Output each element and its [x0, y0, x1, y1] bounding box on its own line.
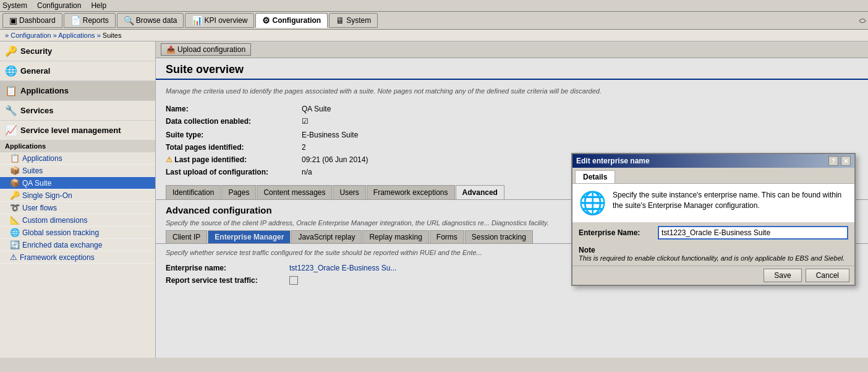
sidebar-section-services[interactable]: 🔧 Services — [0, 101, 155, 121]
breadcrumb-applications[interactable]: Applications — [58, 32, 95, 39]
sidebar-item-custom-dimensions[interactable]: 📐 Custom dimensions — [0, 214, 155, 227]
modal-field-label: Enterprise Name: — [579, 228, 653, 237]
modal-cancel-button[interactable]: Cancel — [806, 269, 849, 282]
security-icon: 🔑 — [5, 45, 17, 57]
browse-icon: 🔍 — [124, 15, 134, 25]
sidebar-item-user-flows-label: User flows — [22, 204, 57, 212]
menu-help[interactable]: Help — [91, 1, 106, 10]
sidebar-item-suites-label: Suites — [22, 167, 43, 175]
modal-overlay: Edit enterprise name ? ✕ Details 🌐 Speci… — [156, 41, 868, 358]
sidebar-suites-icon: 📦 — [10, 166, 20, 175]
modal-field-row: Enterprise Name: — [572, 222, 854, 243]
sidebar-custom-dim-icon: 📐 — [10, 215, 20, 225]
tab-reports-label: Reports — [83, 16, 109, 25]
sidebar-item-applications[interactable]: 📋 Applications — [0, 152, 155, 165]
sidebar-section-security-label: Security — [20, 46, 52, 56]
sidebar-item-qa-suite[interactable]: 📦 QA Suite — [0, 177, 155, 189]
modal-help-button[interactable]: ? — [828, 156, 838, 166]
tab-configuration[interactable]: ⚙ Configuration — [255, 13, 328, 28]
modal-description: Specify the suite instance's enterprise … — [613, 190, 848, 216]
modal-tabs: Details — [572, 168, 854, 184]
sidebar-item-global-session[interactable]: 🌐 Global session tracking — [0, 227, 155, 239]
sidebar-item-enriched-label: Enriched data exchange — [22, 241, 102, 249]
applications-icon: 📋 — [5, 85, 17, 97]
system-icon: 🖥 — [336, 15, 344, 25]
sidebar-enriched-icon: 🔄 — [10, 240, 20, 249]
tab-system-label: System — [346, 16, 371, 25]
sidebar-item-global-session-label: Global session tracking — [22, 228, 99, 237]
reports-icon: 📄 — [70, 15, 81, 25]
sidebar-item-sso-label: Single Sign-On — [22, 191, 72, 200]
sidebar-section-general[interactable]: 🌐 General — [0, 61, 155, 81]
sidebar-user-flows-icon: ➰ — [10, 203, 20, 212]
modal-tab-details[interactable]: Details — [575, 170, 615, 183]
sidebar-section-service-level-label: Service level management — [20, 126, 121, 135]
dashboard-icon: ▣ — [9, 15, 17, 25]
globe-icon: 🌐 — [579, 190, 606, 216]
sidebar-item-enriched-data[interactable]: 🔄 Enriched data exchange — [0, 239, 155, 251]
sidebar-section-security[interactable]: 🔑 Security — [0, 41, 155, 61]
connection-indicator: ⬭ — [859, 16, 866, 25]
services-icon: 🔧 — [5, 105, 17, 116]
modal-edit-enterprise: Edit enterprise name ? ✕ Details 🌐 Speci… — [571, 153, 856, 286]
tab-config-label: Configuration — [272, 16, 321, 25]
menu-configuration[interactable]: Configuration — [37, 1, 81, 10]
sidebar-item-applications-label: Applications — [22, 154, 62, 163]
modal-title-icons: ? ✕ — [828, 156, 851, 166]
sidebar: 🔑 Security 🌐 General 📋 Applications 🔧 Se… — [0, 41, 156, 358]
tab-dashboard-label: Dashboard — [19, 16, 56, 25]
tab-bar: ▣ Dashboard 📄 Reports 🔍 Browse data 📊 KP… — [0, 12, 868, 30]
sidebar-item-framework-exceptions[interactable]: ⚠ Framework exceptions — [0, 251, 155, 264]
breadcrumb-configuration[interactable]: Configuration — [11, 32, 51, 39]
modal-footer: Save Cancel — [572, 266, 854, 285]
sidebar-fw-exceptions-icon: ⚠ — [10, 253, 17, 262]
modal-close-button[interactable]: ✕ — [841, 156, 851, 166]
modal-title: Edit enterprise name — [576, 157, 650, 165]
sidebar-applications-icon: 📋 — [10, 154, 20, 163]
sidebar-section-service-level[interactable]: 📈 Service level management — [0, 121, 155, 141]
config-icon: ⚙ — [262, 15, 270, 25]
modal-note-text: This is required to enable clickout func… — [579, 254, 845, 262]
modal-body: 🌐 Specify the suite instance's enterpris… — [572, 184, 854, 222]
sidebar-sso-icon: 🔑 — [10, 191, 20, 200]
tab-kpi-label: KPI overview — [204, 16, 247, 25]
breadcrumb-suites: Suites — [103, 32, 122, 39]
service-level-icon: 📈 — [5, 124, 17, 136]
tab-browse-data[interactable]: 🔍 Browse data — [117, 13, 184, 28]
sidebar-item-qa-suite-label: QA Suite — [22, 179, 51, 188]
sidebar-section-applications-label: Applications — [20, 86, 69, 95]
menu-system[interactable]: System — [2, 1, 27, 10]
content-area: 📤 Upload configuration Suite overview Ma… — [156, 41, 868, 358]
sidebar-item-user-flows[interactable]: ➰ User flows — [0, 202, 155, 214]
modal-note-title: Note — [579, 246, 595, 254]
tab-system[interactable]: 🖥 System — [329, 13, 378, 28]
breadcrumb: » Configuration » Applications » Suites — [0, 30, 868, 41]
sidebar-section-general-label: General — [20, 66, 50, 76]
tab-reports[interactable]: 📄 Reports — [64, 13, 116, 28]
sidebar-section-services-label: Services — [20, 106, 54, 115]
main-layout: 🔑 Security 🌐 General 📋 Applications 🔧 Se… — [0, 41, 868, 358]
tab-browse-label: Browse data — [136, 16, 177, 25]
sidebar-section-applications[interactable]: 📋 Applications — [0, 81, 155, 101]
modal-note: Note This is required to enable clickout… — [572, 243, 854, 266]
tab-kpi-overview[interactable]: 📊 KPI overview — [185, 13, 254, 28]
sidebar-item-single-sign-on[interactable]: 🔑 Single Sign-On — [0, 189, 155, 202]
general-icon: 🌐 — [5, 65, 17, 77]
sidebar-item-fw-exceptions-label: Framework exceptions — [20, 253, 95, 262]
modal-title-bar: Edit enterprise name ? ✕ — [572, 154, 854, 168]
tab-dashboard[interactable]: ▣ Dashboard — [2, 13, 62, 28]
sidebar-item-suites[interactable]: 📦 Suites — [0, 165, 155, 177]
modal-save-button[interactable]: Save — [764, 269, 801, 282]
sidebar-item-custom-dim-label: Custom dimensions — [22, 216, 87, 225]
sidebar-qa-suite-icon: 📦 — [10, 178, 20, 188]
menu-bar: System Configuration Help — [0, 0, 868, 12]
sidebar-sub-header: Applications — [0, 141, 155, 152]
modal-enterprise-name-input[interactable] — [658, 226, 848, 240]
sidebar-global-session-icon: 🌐 — [10, 228, 20, 237]
kpi-icon: 📊 — [192, 15, 202, 25]
